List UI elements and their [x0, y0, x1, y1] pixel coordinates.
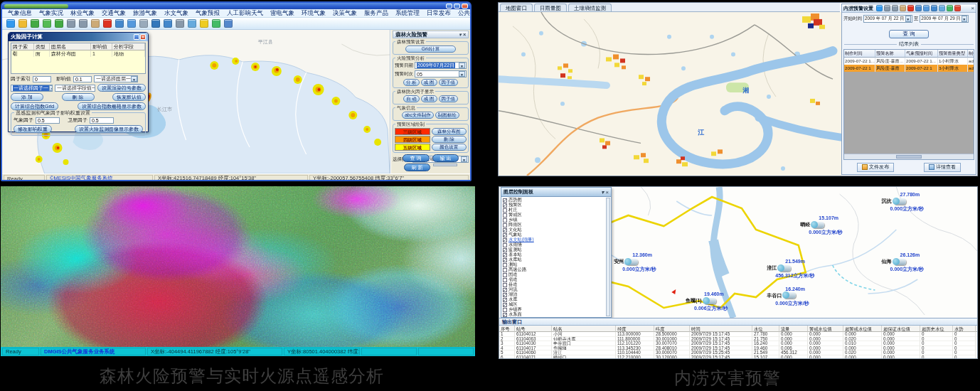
zoom-slider[interactable] — [433, 164, 457, 166]
layer-checkbox[interactable] — [503, 273, 507, 277]
refresh-icon[interactable] — [923, 5, 930, 11]
tab[interactable]: 日雨量图 — [534, 4, 567, 11]
factor-index-input[interactable] — [33, 76, 51, 82]
date-from-picker[interactable]: 2009 年 07 月 22 日▼ — [863, 15, 912, 23]
map-icon[interactable] — [931, 5, 937, 11]
satellite-factor-input[interactable] — [90, 117, 114, 124]
print-icon[interactable] — [176, 19, 184, 28]
layer-item[interactable]: 国道 — [503, 272, 605, 277]
menu-item[interactable]: 气象信息 — [8, 9, 32, 18]
hydro-station[interactable]: 26.126m 仙海 0.000立方米/秒 — [882, 252, 960, 273]
hydro-station[interactable]: 21.549m 涪江 456.312立方米/秒 — [767, 259, 845, 279]
measure-icon[interactable] — [18, 19, 27, 28]
menu-item[interactable]: 服务产品 — [364, 9, 388, 18]
delete-button[interactable]: 删 除 — [432, 136, 467, 143]
chevron-down-icon[interactable]: ▼ — [459, 63, 465, 68]
pan-hand-icon[interactable] — [91, 19, 100, 28]
back-icon[interactable] — [947, 5, 953, 11]
layer-checkbox[interactable] — [503, 278, 507, 282]
fire-risk-map[interactable]: 平江县 长江市 火险因子计算 _ × 因子索引 — [2, 30, 390, 173]
send-icon[interactable] — [188, 19, 196, 28]
window-icon[interactable] — [115, 19, 124, 28]
layer-item[interactable]: 县道 — [503, 282, 605, 287]
fire-image-params-button[interactable]: 设置火险监测图像显示参数 — [75, 125, 143, 133]
hydro-station[interactable]: 27.780m 沉抗 0.000立方米/秒 — [882, 192, 960, 213]
factor-table[interactable]: 因子索引 类型 图层名 影响值 分析字段 0 面 森林分布图 1 — [11, 43, 146, 74]
set-display-button[interactable]: 设置综合指数栅格显示参数 — [78, 102, 146, 110]
chevron-down-icon[interactable]: ▼ — [49, 85, 53, 91]
refresh-icon[interactable] — [127, 19, 136, 28]
layer-select[interactable]: 一请选择图层一▼ — [94, 75, 138, 82]
select-arrow-icon[interactable] — [31, 19, 39, 28]
menu-item[interactable]: 日常发布 — [427, 9, 451, 18]
panel-close-icon[interactable]: × — [971, 5, 974, 11]
table-row[interactable]: 2009-07-22 1... 风险度-暴雨... 2009-07-22 1..… — [844, 58, 974, 65]
factor-table-row[interactable]: 0 面 森林分布图 1 地物 — [11, 50, 145, 57]
table-row[interactable]: 6 61104071 晒经口 112.210000 30.120000 2009… — [499, 355, 977, 359]
layer-checkbox[interactable] — [503, 268, 507, 272]
zoom-out-icon[interactable] — [79, 19, 87, 28]
pin-icon[interactable] — [200, 19, 208, 28]
close-icon[interactable] — [907, 5, 914, 11]
menu-item[interactable]: 水文气象 — [164, 9, 188, 18]
factor-value-button[interactable]: 因子值 — [439, 79, 459, 86]
pin-icon[interactable]: ▾ — [459, 32, 462, 37]
chevron-down-icon[interactable]: ▼ — [962, 16, 967, 22]
layer-checkbox[interactable] — [503, 263, 507, 267]
zoom-out-arrow-icon[interactable] — [55, 19, 63, 28]
zoom-out-icon[interactable] — [892, 5, 898, 11]
map-icon[interactable] — [164, 19, 172, 28]
output-button[interactable]: 输 出 — [432, 154, 459, 162]
fire-app-titlebar[interactable] — [2, 3, 470, 9]
column-header[interactable]: 水势 — [953, 326, 976, 332]
publish-button[interactable]: 文件发布 — [857, 163, 894, 172]
column-header[interactable]: 测站类型 — [976, 326, 977, 332]
hydro-station[interactable]: 16.240m 丰谷口 0.000立方米/秒 — [767, 286, 845, 307]
chevron-down-icon[interactable]: ▼ — [131, 76, 137, 82]
table-row[interactable]: 2009-07-22 1 风险度-暴雨 2009-07-22 1 3小时降水 a… — [844, 65, 974, 72]
layer-item[interactable]: 湖泊 — [503, 292, 605, 297]
layer-item[interactable]: 警戒区 — [503, 213, 605, 218]
forest-map-button[interactable]: 森林分布图 — [432, 128, 467, 135]
search-icon[interactable] — [139, 19, 148, 28]
layer-checkbox[interactable] — [503, 303, 507, 307]
menu-item[interactable]: 系统管理 — [395, 9, 420, 18]
tab[interactable]: 土壤墒情监测 — [568, 4, 612, 11]
make-map-button[interactable]: 成 图 — [421, 79, 437, 86]
column-header[interactable]: 警戒水位值 — [808, 326, 843, 332]
column-header[interactable]: 经度 — [616, 326, 654, 332]
auto-button[interactable]: 自 动 — [403, 95, 420, 102]
waterlog-map[interactable]: 27.780m 沉抗 0.000立方米/秒 15.107m 晒经 0.000立方… — [499, 187, 977, 318]
panel-close-icon[interactable]: × — [605, 189, 609, 196]
chevron-down-icon[interactable]: ▼ — [905, 16, 911, 22]
layer-item[interactable]: 河流 — [503, 287, 605, 292]
field-select[interactable]: 一请选择字段值一▼ — [55, 85, 95, 92]
query-button[interactable]: 查 询 — [889, 30, 928, 38]
grid-calc-button[interactable]: Grid计算 — [405, 45, 456, 53]
hydro-station[interactable]: 15.107m 晒经 0.000立方米/秒 — [800, 215, 878, 236]
export-icon[interactable] — [224, 19, 233, 28]
globe-icon[interactable] — [876, 5, 883, 11]
column-header[interactable]: 流量 — [779, 326, 808, 332]
restore-default-button[interactable]: 恢复默认值 — [112, 93, 146, 101]
analyze-button[interactable]: 分 析 — [403, 79, 420, 86]
zoom-in-icon[interactable] — [884, 5, 890, 11]
zoom-in-icon[interactable] — [67, 19, 75, 28]
vertical-scrollbar[interactable] — [606, 198, 610, 316]
maximize-button[interactable] — [454, 4, 460, 9]
impact-input[interactable] — [73, 76, 92, 82]
menu-item[interactable]: 雷电气象 — [270, 9, 294, 18]
dialog-titlebar[interactable]: 火险因子计算 _ × — [9, 33, 148, 41]
weather-factor-input[interactable] — [36, 117, 60, 124]
layer-item[interactable]: 水库 — [503, 297, 605, 302]
layer-checkbox[interactable] — [503, 203, 507, 208]
add-button[interactable]: 添 加 — [11, 93, 43, 101]
dialog-minimize-button[interactable]: _ — [134, 34, 139, 40]
collapse-icon[interactable]: ▾ — [601, 189, 604, 196]
menu-item[interactable]: 环境气象 — [302, 9, 326, 18]
factor-select[interactable]: 一请选择因子一▼ — [11, 85, 53, 92]
column-header[interactable]: 超保证水位值 — [882, 326, 920, 332]
layer-item[interactable]: 省道 — [503, 277, 605, 282]
column-header[interactable]: 时间 — [690, 326, 752, 332]
refresh-button[interactable]: 刷 新 — [404, 164, 431, 171]
